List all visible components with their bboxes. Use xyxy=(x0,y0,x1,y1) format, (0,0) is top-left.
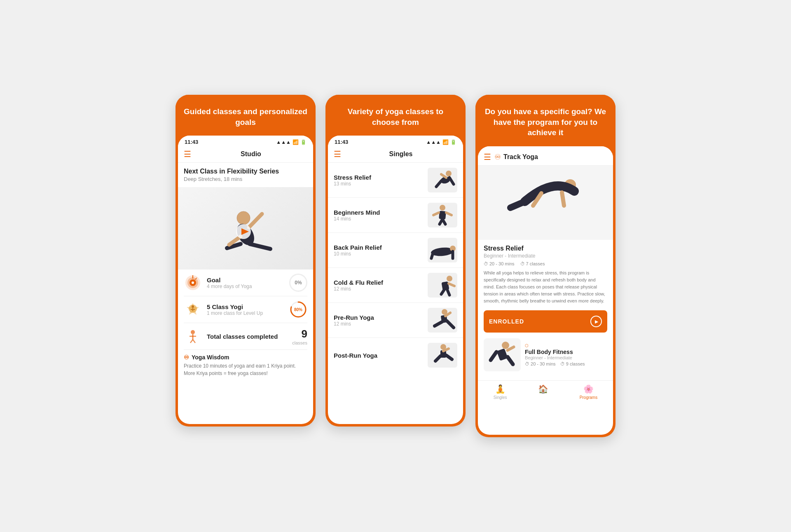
nav-title-1: Studio xyxy=(194,150,307,158)
singles-label: Singles xyxy=(494,395,507,400)
yoga-thumb-1 xyxy=(428,168,457,192)
badge-row: 5 Class Yogi 1 more class for Level Up 8… xyxy=(184,296,307,323)
svg-line-40 xyxy=(431,253,433,258)
yoga-thumb-4 xyxy=(428,273,457,298)
menu-icon-3[interactable]: ☰ xyxy=(484,152,491,162)
svg-line-49 xyxy=(435,322,442,326)
menu-icon-1[interactable]: ☰ xyxy=(184,149,191,159)
pose-figure-5 xyxy=(429,309,456,332)
phone2-header: Variety of yoga classes to choose from xyxy=(325,95,466,136)
class-subtitle: Deep Stretches, 18 mins xyxy=(184,176,307,182)
battery-icon-2: 🔋 xyxy=(450,139,456,145)
app-container: Guided classes and personalized goals 11… xyxy=(176,95,615,437)
yoga-list: Stress Relief 13 mins xyxy=(328,163,463,373)
program-hero-1 xyxy=(478,166,613,240)
hero-image-1[interactable] xyxy=(178,187,313,270)
singles-icon: 🧘 xyxy=(495,384,505,394)
svg-point-0 xyxy=(237,211,250,225)
pose-figure-2 xyxy=(429,204,456,227)
list-item[interactable]: Cold & Flu Relief 12 mins xyxy=(328,268,463,303)
status-spacer xyxy=(478,146,613,150)
enrolled-button[interactable]: ENROLLED ▶ xyxy=(484,310,607,333)
list-item[interactable]: Stress Relief 13 mins xyxy=(328,163,463,198)
pose-figure-1 xyxy=(429,169,456,192)
item-text: Pre-Run Yoga 12 mins xyxy=(334,314,428,327)
phone3-header: Do you have a specific goal? We have the… xyxy=(475,95,615,146)
menu-icon-2[interactable]: ☰ xyxy=(334,149,341,159)
badge-icon xyxy=(184,300,202,319)
program-level-1: Beginner - Intermediate xyxy=(484,253,607,259)
yoga-thumb-6 xyxy=(428,343,457,368)
program-2-row[interactable]: ⬡ Full Body Fitness Beginner - Intermedi… xyxy=(484,338,607,375)
list-item[interactable]: Back Pain Relief 10 mins xyxy=(328,233,463,268)
program-meta-1: ⏱ 20 - 30 mins ⏱ 7 classes xyxy=(484,261,607,266)
classes-unit: classes xyxy=(292,340,307,345)
phone-2: Variety of yoga classes to choose from 1… xyxy=(325,95,466,427)
yoga-thumb-2 xyxy=(428,203,457,227)
item-text: Post-Run Yoga xyxy=(334,352,428,359)
svg-line-62 xyxy=(491,352,496,360)
program-time-1: ⏱ 20 - 30 mins xyxy=(484,261,515,266)
signal-icon-2: ▲▲▲ xyxy=(426,139,441,145)
program-2-info: ⬡ Full Body Fitness Beginner - Intermedi… xyxy=(525,343,585,366)
badge-label: 5 Class Yogi xyxy=(207,303,289,310)
item-text: Beginners Mind 14 mins xyxy=(334,209,428,222)
svg-line-36 xyxy=(442,219,445,224)
yoga-figure-1 xyxy=(204,195,287,261)
goal-target-icon xyxy=(185,274,201,291)
track-logo-icon: ♾ xyxy=(494,152,501,162)
goal-section: Goal 4 more days of Yoga 0% xyxy=(178,270,313,381)
pose-figure-6 xyxy=(429,344,456,367)
item-text: Cold & Flu Relief 12 mins xyxy=(334,279,428,292)
list-item[interactable]: Pre-Run Yoga 12 mins xyxy=(328,303,463,338)
list-item[interactable]: Post-Run Yoga xyxy=(328,338,463,373)
classes-row: Total classes completed 9 classes xyxy=(184,323,307,350)
nav-programs[interactable]: 🌸 Programs xyxy=(580,384,597,400)
svg-line-2 xyxy=(249,214,262,227)
wisdom-icon: ♾ xyxy=(184,354,189,361)
enrolled-label: ENROLLED xyxy=(489,318,524,325)
svg-line-3 xyxy=(250,244,270,249)
item-text: Stress Relief 13 mins xyxy=(334,174,428,187)
phone3-screen: ☰ ♾ Track Yoga xyxy=(478,146,613,435)
time-2: 11:43 xyxy=(335,139,348,145)
svg-line-57 xyxy=(510,202,525,208)
program-desc-1: While all yoga helps to relieve stress, … xyxy=(484,270,607,305)
wifi-icon: 📶 xyxy=(293,139,299,145)
svg-point-26 xyxy=(446,171,452,176)
svg-line-34 xyxy=(433,213,439,215)
program-figure-2 xyxy=(485,340,520,370)
classes-count: 9 classes xyxy=(292,328,307,345)
svg-line-48 xyxy=(447,321,454,328)
track-title: Track Yoga xyxy=(503,153,538,161)
program2-badge-icon: ⬡ xyxy=(525,343,585,348)
yoga-person-icon xyxy=(185,328,201,345)
classes-icon-1: ⏱ xyxy=(520,261,525,266)
nav-singles[interactable]: 🧘 Singles xyxy=(494,384,507,400)
nav-bar-2: ☰ Singles xyxy=(328,147,463,163)
pose-figure-3 xyxy=(429,239,456,262)
wifi-icon-2: 📶 xyxy=(442,139,449,145)
nav-bar-3: ☰ ♾ Track Yoga xyxy=(478,150,613,166)
classes-num: 9 xyxy=(292,328,307,340)
badge-sub: 1 more class for Level Up xyxy=(207,310,289,316)
svg-line-30 xyxy=(441,174,446,178)
nav-bar-1: ☰ Studio xyxy=(178,147,313,163)
yogi-badge-icon xyxy=(185,301,201,318)
svg-line-28 xyxy=(449,178,454,184)
goal-row: Goal 4 more days of Yoga 0% xyxy=(184,270,307,296)
svg-point-60 xyxy=(502,342,509,349)
svg-line-45 xyxy=(447,290,449,295)
program-figure-1 xyxy=(500,169,591,237)
wisdom-text: Practice 10 minutes of yoga and earn 1 K… xyxy=(184,362,307,377)
program-name-2: Full Body Fitness xyxy=(525,349,585,355)
goal-icon xyxy=(184,274,202,292)
list-item[interactable]: Beginners Mind 14 mins xyxy=(328,198,463,233)
phone-1: Guided classes and personalized goals 11… xyxy=(176,95,316,427)
yoga-thumb-5 xyxy=(428,308,457,333)
yoga-thumb-3 xyxy=(428,238,457,262)
nav-home[interactable]: 🏠 xyxy=(538,384,548,400)
svg-line-54 xyxy=(435,356,440,361)
goal-text: Goal 4 more days of Yoga xyxy=(207,277,289,289)
bottom-nav: 🧘 Singles 🏠 🌸 Programs xyxy=(478,380,613,404)
